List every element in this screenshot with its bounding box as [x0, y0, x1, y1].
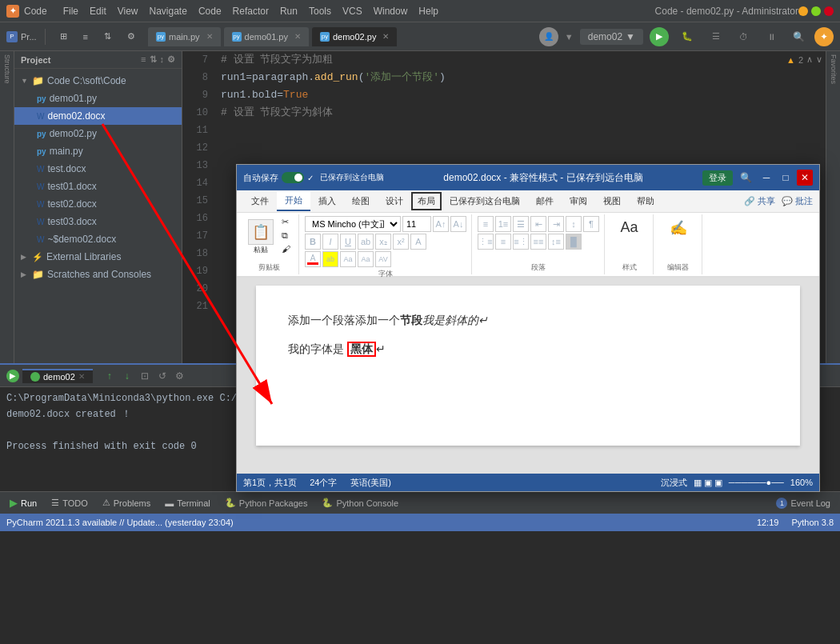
menu-view[interactable]: View — [113, 4, 143, 18]
shading-btn[interactable]: █ — [566, 234, 582, 250]
autosave-toggle[interactable] — [282, 172, 304, 183]
tree-file-test03-docx[interactable]: W test03.docx — [14, 213, 182, 230]
align-right-btn[interactable]: ≡⋮ — [513, 234, 529, 250]
bullets-btn[interactable]: ≡ — [478, 216, 494, 232]
menu-tools[interactable]: Tools — [304, 4, 336, 18]
show-marks-btn[interactable]: ¶ — [583, 216, 599, 232]
subscript-btn[interactable]: x₂ — [375, 234, 391, 250]
editor-icon[interactable]: ✍ — [670, 219, 687, 237]
word-tab-home[interactable]: 开始 — [277, 191, 310, 211]
copy-btn[interactable]: ⧉ — [278, 230, 294, 242]
multilevel-btn[interactable]: ☰ — [513, 216, 529, 232]
font-case-btn[interactable]: Aa — [340, 251, 356, 267]
underline-btn[interactable]: U — [340, 234, 356, 250]
run-settings-btn[interactable]: ⚙ — [173, 369, 187, 383]
run-tab[interactable]: demo02 ✕ — [22, 369, 93, 383]
word-tab-references[interactable]: 已保存到这台电脑 — [442, 192, 528, 210]
indent-less-btn[interactable]: ⇤ — [530, 216, 546, 232]
menu-run[interactable]: Run — [275, 4, 302, 18]
tree-file-dollar-demo02[interactable]: W ~$demo02.docx — [14, 230, 182, 248]
word-tab-layout[interactable]: 布局 — [411, 192, 442, 210]
tree-file-main-py[interactable]: py main.py — [14, 142, 182, 160]
sidebar-icon-eq[interactable]: ≡ — [141, 54, 146, 65]
italic-btn[interactable]: I — [322, 234, 338, 250]
tree-file-test01-docx[interactable]: W test01.docx — [14, 178, 182, 195]
search-icon[interactable]: 🔍 — [789, 27, 808, 46]
word-tab-file[interactable]: 文件 — [243, 192, 277, 210]
tab-close-demo01[interactable]: ✕ — [294, 32, 301, 41]
word-tab-draw[interactable]: 绘图 — [344, 192, 378, 210]
run-rerun-btn[interactable]: ↺ — [155, 369, 170, 383]
word-login-btn[interactable]: 登录 — [702, 170, 733, 186]
menu-help[interactable]: Help — [414, 4, 443, 18]
run-down-btn[interactable]: ↓ — [120, 369, 134, 383]
word-tab-review[interactable]: 审阅 — [562, 192, 595, 210]
menu-navigate[interactable]: Navigate — [145, 4, 192, 18]
tree-file-test02-docx[interactable]: W test02.docx — [14, 195, 182, 213]
justify-btn[interactable]: ≡≡ — [530, 234, 546, 250]
event-log-btn[interactable]: 1 Event Log — [770, 496, 837, 510]
sort-btn[interactable]: ↕ — [566, 216, 582, 232]
word-max-btn[interactable]: □ — [778, 170, 794, 186]
tree-file-demo02-docx[interactable]: W demo02.docx — [14, 107, 182, 125]
tree-file-demo02-py[interactable]: py demo02.py — [14, 125, 182, 142]
profile-btn[interactable]: ⏱ — [733, 30, 754, 44]
word-tab-design[interactable]: 设计 — [378, 192, 411, 210]
tree-file-demo01[interactable]: py demo01.py — [14, 90, 182, 107]
word-tab-insert[interactable]: 插入 — [310, 192, 344, 210]
word-share-btn[interactable]: 🔗 共享 — [744, 195, 775, 207]
python-console-btn[interactable]: 🐍 Python Console — [315, 496, 405, 510]
menu-bar[interactable]: File Edit View Navigate Code Refactor Ru… — [58, 4, 443, 18]
font-size-down[interactable]: A↓ — [450, 216, 466, 232]
toolbar-icon3[interactable]: ⇅ — [98, 29, 118, 44]
sidebar-icon-collapse[interactable]: ↕ — [160, 54, 165, 65]
run-tool-btn[interactable]: ▶ Run — [3, 495, 43, 510]
word-comment-btn[interactable]: 💬 批注 — [782, 195, 813, 207]
run-play-icon[interactable]: ▶ — [6, 370, 19, 382]
align-center-btn[interactable]: ≡ — [495, 234, 511, 250]
run-tab-close[interactable]: ✕ — [78, 372, 85, 381]
font-family-select[interactable]: MS Mincho (中文正文) — [305, 216, 401, 232]
menu-file[interactable]: File — [58, 4, 83, 18]
chevron-up-icon[interactable]: ∧ — [806, 54, 813, 65]
word-search-btn[interactable]: 🔍 — [736, 170, 755, 185]
run-config-btn[interactable]: demo02 ▼ — [580, 29, 643, 45]
word-body[interactable]: 添加一个段落添加一个节段我是斜体的↵ 我的字体是 黑体↵ — [237, 278, 819, 474]
plugin-icon[interactable]: ✦ — [814, 27, 834, 46]
word-close-btn[interactable]: ✕ — [797, 170, 813, 186]
font-color-btn[interactable]: A — [305, 251, 321, 267]
run-stop-btn[interactable]: ⊡ — [138, 369, 152, 383]
indent-more-btn[interactable]: ⇥ — [548, 216, 564, 232]
highlight-btn[interactable]: ab — [322, 251, 338, 267]
structure-icon[interactable]: ⊞ — [54, 29, 74, 44]
tab-close-main[interactable]: ✕ — [206, 32, 213, 41]
toolbar-icon2[interactable]: ≡ — [77, 30, 94, 44]
word-tab-view[interactable]: 视图 — [595, 192, 629, 210]
python-packages-btn[interactable]: 🐍 Python Packages — [218, 496, 314, 510]
sidebar-icon-sort[interactable]: ⇅ — [150, 54, 157, 65]
font-size-input[interactable] — [402, 216, 431, 232]
word-min-btn[interactable]: ─ — [758, 170, 774, 186]
clear-format-btn[interactable]: A — [410, 234, 426, 250]
close-btn[interactable] — [824, 6, 834, 16]
tab-main-py[interactable]: py main.py ✕ — [148, 27, 221, 46]
pause-btn[interactable]: ⏸ — [761, 30, 782, 44]
settings-icon[interactable]: ⚙ — [121, 29, 142, 44]
sidebar-icon-settings[interactable]: ⚙ — [167, 54, 175, 65]
tree-folder-ext-libs[interactable]: ▶ ⚡ External Libraries — [14, 248, 182, 266]
tab-demo02-py[interactable]: py demo02.py ✕ — [312, 27, 397, 46]
tree-folder-code[interactable]: ▼ 📁 Code C:\soft\Code — [14, 72, 182, 90]
tree-folder-scratches[interactable]: ▶ 📁 Scratches and Consoles — [14, 266, 182, 283]
tab-close-demo02[interactable]: ✕ — [382, 32, 389, 41]
cut-btn[interactable]: ✂ — [278, 216, 294, 228]
run-button[interactable]: ▶ — [650, 27, 669, 46]
tab-demo01-py[interactable]: py demo01.py ✕ — [224, 27, 309, 46]
word-tab-help[interactable]: 帮助 — [629, 192, 662, 210]
font-size-up[interactable]: A↑ — [433, 216, 449, 232]
styles-aa-icon[interactable]: Aa — [620, 219, 638, 236]
format-painter-btn[interactable]: 🖌 — [278, 243, 294, 254]
bold-btn[interactable]: B — [305, 234, 321, 250]
maximize-btn[interactable] — [811, 6, 821, 16]
menu-vcs[interactable]: VCS — [338, 4, 367, 18]
paste-btn[interactable]: 📋 粘贴 — [245, 216, 277, 258]
